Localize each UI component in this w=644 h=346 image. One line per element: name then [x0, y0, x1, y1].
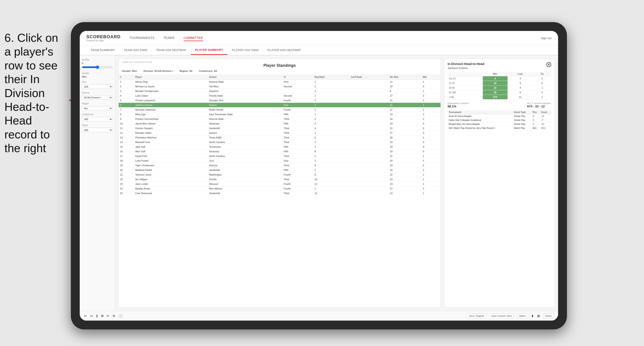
sidebar-gender: Gender Men — [82, 72, 113, 78]
player-table-row[interactable]: 25 Cole Sherwood Vanderbilt Third 12 23 … — [119, 191, 440, 196]
cell-conf-rank — [350, 191, 389, 196]
player-table-row[interactable]: 4 Luke Claton Florida State Second 1 27 … — [119, 94, 440, 98]
col-conf-rank: Conf Rank — [350, 75, 389, 80]
division-select[interactable]: NCAA Division I — [82, 95, 113, 100]
tournament-row: Fallon Oak Collegiate Invitational Strok… — [448, 118, 551, 122]
watch-button[interactable]: Watch — [517, 314, 528, 318]
cell-no-rds: 24 — [388, 177, 422, 182]
cell-conf-rank — [350, 173, 389, 177]
cell-player: Preston Summerhays — [134, 117, 208, 121]
copy-icon[interactable]: ⧉ — [101, 314, 104, 318]
conference-select[interactable]: (All) — [82, 117, 113, 121]
no-rds-slider[interactable] — [82, 65, 113, 69]
h2h-tie: 2 — [533, 76, 551, 81]
player-table-row[interactable]: 6 Jackson Koivun Auburn First 1 22 1 — [119, 103, 440, 107]
player-table-row[interactable]: 12 Brendan Valles Auburn Third 1 27 0 — [119, 131, 440, 135]
sidebar-conference: Conference (All) — [82, 113, 113, 121]
tab-player-h2h-heatmap[interactable]: PLAYER H2H HEATMAP — [263, 45, 306, 55]
cell-school: Arizona State — [208, 80, 282, 84]
player-table-row[interactable]: 1 Wenyi Ding Arizona State First 1 11 1 — [119, 80, 440, 84]
clock-icon[interactable]: 🕐 — [119, 314, 122, 318]
cell-num: 11 — [119, 126, 134, 131]
player-table-row[interactable]: 13 Phichakun Maichon Texas A&M Third 6 3… — [119, 135, 440, 140]
player-table-row[interactable]: 2 Michael La Sasse Ole Miss Second 1 19 … — [119, 84, 440, 89]
year-select[interactable]: (All) — [82, 84, 113, 89]
cell-reg-rank: 11 — [313, 182, 350, 186]
cell-player: Phichakun Maichon — [134, 135, 208, 140]
nav-tournaments[interactable]: TOURNAMENTS — [129, 35, 154, 41]
player-table-row[interactable]: 3 Michael Thorbjornsen Stanford 1 8 1 — [119, 89, 440, 94]
cell-yr: Fourth — [282, 182, 313, 186]
tour-score: 18-1 — [540, 126, 551, 130]
player-table-row[interactable]: 24 Bastian Amat New Mexico Fourth 1 27 2 — [119, 186, 440, 191]
cell-conf-rank — [350, 98, 389, 103]
cell-no-rds: 11 — [388, 80, 422, 84]
tab-player-summary[interactable]: PLAYER SUMMARY — [191, 45, 228, 55]
player-table-row[interactable]: 11 Gordon Sargent Vanderbilt Third 4 21 … — [119, 126, 440, 131]
share-button[interactable]: Share — [543, 314, 554, 318]
cell-win: 0 — [422, 145, 440, 149]
player-table-row[interactable]: 19 Tiger Christensen Arizona Third 8 23 … — [119, 163, 440, 168]
tab-player-h2h-grid[interactable]: PLAYER H2H GRID — [228, 45, 263, 55]
tour-name: Mirabel Maui Jim Intercollegiate — [448, 122, 513, 126]
undo-icon[interactable]: ↩ — [84, 314, 87, 318]
player-table-row[interactable]: 18 Luke Powell ULA First 1 24 1 — [119, 159, 440, 163]
cell-yr: Third — [282, 135, 313, 140]
save-custom-view-button[interactable]: Save Custom View — [489, 314, 514, 318]
cell-reg-rank: 1 — [313, 186, 350, 191]
tour-col-name: Tournament — [448, 110, 513, 114]
redo-icon[interactable]: ↪ — [90, 314, 93, 318]
tour-pos: 2 — [532, 122, 540, 126]
tab-team-summary[interactable]: TEAM SUMMARY — [86, 45, 120, 55]
forward-icon[interactable]: ⟫ — [96, 314, 98, 318]
player-table-row[interactable]: 20 Matthew Riedel Vanderbilt Fifth 1 25 … — [119, 168, 440, 173]
cell-win: 2 — [422, 94, 440, 98]
player-table-row[interactable]: 9 Preston Summerhays Arizona State Third… — [119, 117, 440, 121]
h2h-range: 51-100 — [448, 90, 483, 95]
refresh-icon[interactable]: ↻ — [113, 314, 116, 318]
tour-type: Match Play — [513, 126, 532, 130]
grid-icon[interactable]: ⊞ — [537, 314, 540, 318]
player-table-row[interactable]: 14 Maxwell Ford North Carolina Third 2 2… — [119, 140, 440, 145]
nav-committee[interactable]: COMMITTEE — [184, 35, 203, 41]
h2h-close-button[interactable]: ✕ — [546, 62, 551, 67]
cell-yr: Fourth — [282, 98, 313, 103]
tour-type: Stroke Play — [513, 114, 532, 118]
nav-teams[interactable]: TEAMS — [164, 35, 175, 41]
tour-pos: Win — [532, 126, 540, 130]
player-table-row[interactable]: 23 Jack Lundin Missouri Fourth 11 24 1 — [119, 182, 440, 186]
player-table-row[interactable]: 21 Taehoon Song Washington Fourth 6 22 1 — [119, 173, 440, 177]
player-table-row[interactable]: 8 Mats Ege East Tennessee State Fifth 1 … — [119, 112, 440, 117]
player-table-row[interactable]: 5 Christo Lamprecht Georgia Tech Fourth … — [119, 98, 440, 103]
cell-win: 0 — [422, 84, 440, 89]
cell-school: Washington — [208, 173, 282, 177]
view-original-button[interactable]: View: Original — [467, 314, 486, 318]
player-table-row[interactable]: 15 Jake Hall Tennessee Fifth 1 18 0 — [119, 145, 440, 149]
cell-player: Jacob Mou-Olesen — [134, 121, 208, 126]
cell-win: 0 — [422, 140, 440, 145]
cell-num: 25 — [119, 191, 134, 196]
download-icon[interactable]: ⬇ — [531, 314, 534, 318]
player-table-row[interactable]: 17 David Ford North Carolina Third 1 21 … — [119, 154, 440, 159]
tab-team-h2h-grid[interactable]: TEAM H2H GRID — [120, 45, 152, 55]
tour-type: Stroke Play — [513, 118, 532, 122]
player-table-row[interactable]: 7 Nicholas Gabrelcik North Florida Fourt… — [119, 107, 440, 112]
cell-player: Matthew Riedel — [134, 168, 208, 173]
h2h-title: In Division Head-to-Head — [448, 62, 484, 66]
player-table-row[interactable]: 22 Ian Gilligan Florida Third 10 24 1 — [119, 177, 440, 182]
player-table-row[interactable]: 10 Jacob Mou-Olesen Arkansas Fifth 4 23 … — [119, 121, 440, 126]
scissors-icon[interactable]: ✂ — [107, 314, 110, 318]
player-table-row[interactable]: 16 Alex Goff Kentucky Fifth 8 19 0 — [119, 149, 440, 154]
cell-reg-rank: 12 — [313, 191, 350, 196]
player-select[interactable]: (All) — [82, 128, 113, 132]
cell-conf-rank — [350, 186, 389, 191]
cell-reg-rank: 6 — [313, 135, 350, 140]
h2h-win: 46 — [483, 90, 508, 95]
sign-out-button[interactable]: Sign out — [541, 36, 552, 40]
tab-team-h2h-heatmap[interactable]: TEAM H2H HEATMAP — [152, 45, 191, 55]
cell-school: Vanderbilt — [208, 191, 282, 196]
cell-player: Wenyi Ding — [134, 80, 208, 84]
cell-conf-rank — [350, 131, 389, 135]
tour-score: -17 — [540, 122, 551, 126]
region-select[interactable]: N/a — [82, 106, 113, 111]
